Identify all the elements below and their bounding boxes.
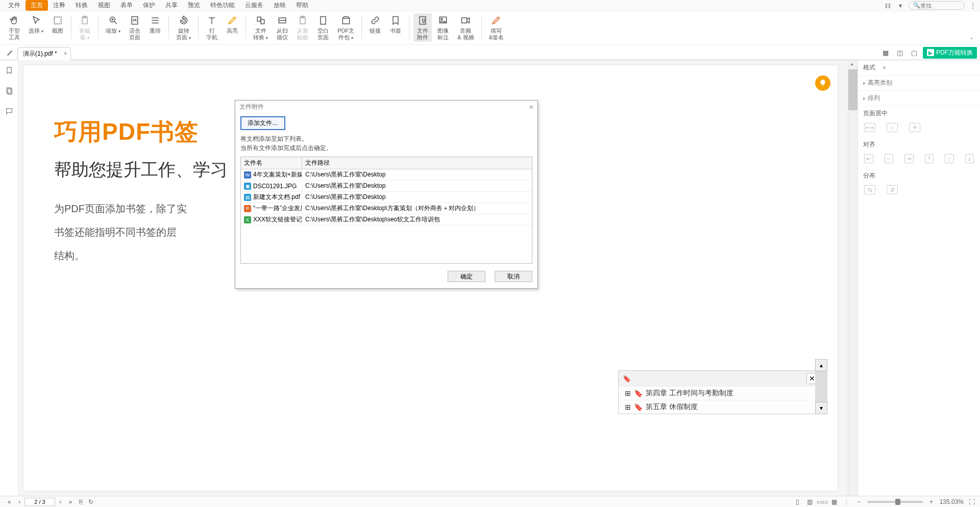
inset-scrollbar[interactable]: ▴ ▾ (815, 359, 827, 414)
file-row[interactable]: P“一带一路”企业发展…C:\Users\黑裤工作室\Desktop\方案策划（… (241, 203, 532, 214)
menu-share[interactable]: 共享 (160, 0, 183, 11)
ribbon-hand-button[interactable]: 手型工具 (5, 13, 23, 42)
add-file-button[interactable]: 添加文件… (240, 116, 285, 130)
menu-cloud[interactable]: 云服务 (240, 0, 268, 11)
column-header-name[interactable]: 文件名 (241, 157, 302, 169)
center-v-icon[interactable]: ↕ (887, 123, 898, 132)
expand-icon[interactable]: ⊞ (625, 403, 631, 411)
scroll-thumb[interactable] (848, 69, 857, 110)
last-page-icon[interactable]: » (65, 498, 76, 505)
menu-convert[interactable]: 转换 (70, 0, 93, 11)
single-page-icon[interactable]: ▯ (794, 498, 802, 506)
ribbon-cursor-button[interactable]: 选择 ▾ (26, 13, 46, 36)
file-row[interactable]: ▣DSC01291.JPGC:\Users\黑裤工作室\Desktop (241, 181, 532, 192)
file-row[interactable]: XXXX软文链接登记表…C:\Users\黑裤工作室\Desktop\seo软文… (241, 214, 532, 225)
menu-preview[interactable]: 预览 (183, 0, 205, 11)
menu-help[interactable]: 帮助 (291, 0, 313, 11)
distribute-v-icon[interactable]: ⇵ (887, 185, 898, 194)
pages-panel-icon[interactable] (4, 86, 14, 96)
pdf-conversion-badge[interactable]: ▶ PDF万能转换 (923, 47, 977, 59)
file-row[interactable]: W4年文案策划+新媒…C:\Users\黑裤工作室\Desktop (241, 169, 532, 181)
scroll-down-icon[interactable]: ▾ (815, 402, 827, 414)
two-continuous-icon[interactable]: ▦ (830, 498, 839, 506)
next-page-icon[interactable]: › (55, 498, 65, 505)
format-panel-tab-label[interactable]: 格式 (858, 60, 880, 75)
align-middle-icon[interactable]: ↕ (945, 154, 954, 163)
ribbon-bookmark-button[interactable]: 书签 (386, 13, 405, 35)
cancel-button[interactable]: 取消 (495, 271, 532, 282)
layout-columns-icon[interactable]: ⫿⫿ (884, 2, 892, 10)
zoom-percent-label[interactable]: 135.03% (940, 498, 964, 505)
zoom-out-icon[interactable]: − (855, 498, 863, 506)
box-icon[interactable]: ▢ (909, 47, 920, 58)
menu-file[interactable]: 文件 (3, 0, 26, 11)
menu-slideshow[interactable]: 放映 (268, 0, 291, 11)
align-bottom-icon[interactable]: ⤓ (965, 154, 974, 163)
align-right-icon[interactable]: ⇥ (904, 154, 914, 163)
zoom-slider-knob[interactable] (895, 499, 900, 505)
search-box[interactable]: 🔍 (909, 1, 965, 10)
ribbon-attach-button[interactable]: 文件附件 (413, 13, 432, 42)
ribbon-convert-button[interactable]: 文件转换 ▾ (250, 13, 271, 42)
ribbon-fitpage-button[interactable]: 适合页面 (126, 13, 144, 42)
overflow-menu-icon[interactable]: ⋮ (969, 2, 977, 10)
fullscreen-icon[interactable]: ⛶ (968, 498, 976, 506)
continuous-page-icon[interactable]: ▥ (806, 498, 814, 506)
menu-protect[interactable]: 保护 (138, 0, 160, 11)
section-arrange[interactable]: 排列 (858, 91, 980, 106)
search-input[interactable] (920, 3, 956, 9)
bookmark-row[interactable]: ⊞ 🔖 第四章 工作时间与考勤制度 (619, 386, 822, 400)
dialog-close-icon[interactable]: × (529, 103, 533, 111)
first-page-icon[interactable]: « (4, 498, 14, 505)
menu-view[interactable]: 视图 (93, 0, 115, 11)
ribbon-sign-button[interactable]: 填写&签名 (486, 13, 507, 42)
ribbon-blank-button[interactable]: 空白页面 (314, 13, 332, 42)
scroll-up-icon[interactable]: ▴ (815, 359, 827, 371)
grid-view-icon[interactable]: ▦ (880, 47, 891, 58)
panel-collapse-icon[interactable]: ◂ (850, 61, 855, 66)
ribbon-scanner-button[interactable]: 从扫描仪 (273, 13, 291, 42)
ribbon-reflow-button[interactable]: 重排 (146, 13, 164, 35)
menu-form[interactable]: 表单 (115, 0, 138, 11)
page-rotate-icon[interactable]: ↻ (86, 498, 96, 505)
menu-home[interactable]: 主页 (26, 0, 48, 11)
align-top-icon[interactable]: ⤒ (925, 154, 934, 163)
ribbon-av-button[interactable]: 音频& 视频 (454, 13, 477, 42)
document-tab-close-icon[interactable]: × (64, 50, 67, 57)
zoom-in-icon[interactable]: + (927, 498, 936, 506)
zoom-slider[interactable] (867, 501, 923, 503)
document-tab[interactable]: 演示(1).pdf * × (17, 47, 71, 60)
menu-annotate[interactable]: 注释 (48, 0, 70, 11)
bookmark-row[interactable]: ⊞ 🔖 第五章 休假制度 (619, 400, 822, 414)
center-both-icon[interactable]: ✢ (909, 123, 920, 132)
ribbon-paste-button[interactable]: 剪贴板 ▾ (76, 13, 94, 42)
page-number-input[interactable] (24, 498, 55, 506)
ribbon-snip-button[interactable]: 截图 (48, 13, 67, 35)
prev-page-icon[interactable]: ‹ (14, 498, 24, 505)
ok-button[interactable]: 确定 (448, 271, 485, 282)
center-h-icon[interactable]: ⟷ (864, 123, 875, 132)
ribbon-collapse-icon[interactable]: ⌃ (967, 36, 976, 44)
scroll-track[interactable] (815, 371, 827, 402)
bookmark-panel-icon[interactable] (4, 65, 14, 75)
expand-icon[interactable]: ⊞ (625, 389, 631, 397)
pencil-icon[interactable] (3, 45, 17, 60)
vertical-scrollbar[interactable]: ◂ (848, 60, 857, 496)
two-page-icon[interactable]: ▭▭ (818, 498, 826, 506)
columns-view-icon[interactable]: ◫ (894, 47, 905, 58)
ribbon-hilite-button[interactable]: 高亮 (223, 13, 241, 35)
file-row[interactable]: ▤新建文本文档.pdfC:\Users\黑裤工作室\Desktop (241, 192, 532, 203)
align-center-icon[interactable]: ↔ (885, 154, 894, 163)
section-highlight-type[interactable]: 高亮类别 (858, 75, 980, 91)
distribute-h-icon[interactable]: ⇆ (864, 185, 875, 194)
column-header-path[interactable]: 文件路径 (302, 157, 532, 169)
page-copy-icon[interactable]: ⎘ (76, 498, 86, 505)
format-panel-close-icon[interactable]: × (883, 64, 886, 71)
comments-panel-icon[interactable] (4, 106, 14, 116)
menu-features[interactable]: 特色功能 (205, 0, 240, 11)
layout-dropdown-icon[interactable]: ▾ (896, 2, 904, 10)
lightbulb-icon[interactable] (815, 75, 830, 91)
ribbon-rotate-button[interactable]: 旋转页面 ▾ (173, 13, 194, 42)
ribbon-zoom-button[interactable]: 缩放 ▾ (103, 13, 124, 36)
file-list-grid[interactable]: 文件名 文件路径 W4年文案策划+新媒…C:\Users\黑裤工作室\Deskt… (240, 157, 532, 264)
